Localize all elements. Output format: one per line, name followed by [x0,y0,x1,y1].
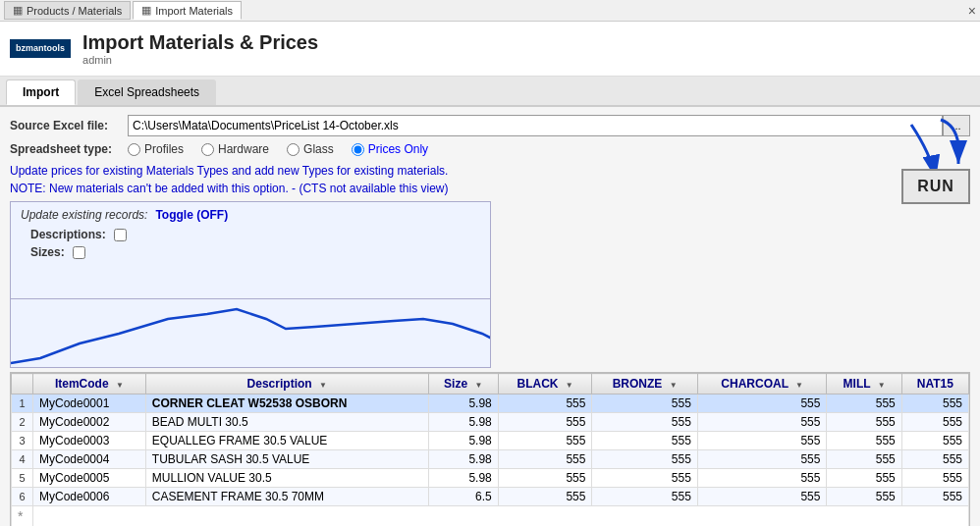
cell-nat15: 555 [901,394,968,413]
sizes-row: Sizes: [21,245,480,259]
update-panel: Update existing records: Toggle (OFF) De… [10,201,491,299]
sort-mill-icon: ▼ [878,381,886,390]
update-panel-header: Update existing records: Toggle (OFF) [21,208,480,222]
cell-bronze: 555 [592,469,697,488]
cell-itemcode: MyCode0005 [33,469,146,488]
table-row[interactable]: 3 MyCode0003 EQUALLEG FRAME 30.5 VALUE 5… [12,432,969,450]
descriptions-row: Descriptions: [21,228,480,241]
sizes-checkbox[interactable] [73,246,85,259]
cell-charcoal: 555 [697,488,827,506]
cell-size: 5.98 [428,413,498,432]
cell-black: 555 [498,413,592,432]
sort-desc-icon: ▼ [319,381,327,390]
row-number: 6 [12,488,33,506]
cell-itemcode: MyCode0001 [33,394,146,413]
cell-nat15: 555 [901,488,968,506]
row-number: 1 [12,394,33,413]
col-black[interactable]: BLACK ▼ [498,374,592,394]
tab-products-materials[interactable]: ▦ Products / Materials [4,1,131,20]
products-tab-icon: ▦ [13,4,23,17]
cell-bronze: 555 [592,450,697,469]
nav-tab-excel[interactable]: Excel Spreadsheets [78,79,216,105]
import-tab-icon: ▦ [141,4,151,17]
col-itemcode[interactable]: ItemCode ▼ [33,374,146,394]
descriptions-label: Descriptions: [30,228,106,241]
tab-nav: Import Excel Spreadsheets [0,77,980,107]
cell-mill: 555 [827,469,901,488]
table-row[interactable]: 6 MyCode0006 CASEMENT FRAME 30.5 70MM 6.… [12,488,969,506]
radio-group: Profiles Hardware Glass Prices Only [128,142,428,156]
table-row[interactable]: 2 MyCode0002 BEAD MULTI 30.5 5.98 555 55… [12,413,969,432]
col-rownum [12,374,33,394]
col-description[interactable]: Description ▼ [145,374,428,394]
cell-nat15: 555 [901,469,968,488]
sort-black-icon: ▼ [566,381,573,390]
cell-charcoal: 555 [697,432,827,450]
source-input[interactable] [128,115,943,136]
table-row[interactable]: 5 MyCode0005 MULLION VALUE 30.5 5.98 555… [12,469,969,488]
title-bar: ▦ Products / Materials ▦ Import Material… [0,0,980,22]
row-number: 3 [12,432,33,450]
cell-black: 555 [498,432,592,450]
chart-svg [11,299,491,368]
cell-size: 5.98 [428,450,498,469]
row-number: 2 [12,413,33,432]
cell-itemcode: MyCode0003 [33,432,146,450]
radio-profiles[interactable]: Profiles [128,142,184,156]
cell-charcoal: 555 [697,469,827,488]
import-tab-label: Import Materials [155,5,233,17]
run-area: RUN [843,115,970,223]
source-label: Source Excel file: [10,119,128,132]
add-row[interactable]: * [12,506,969,527]
cell-description: TUBULAR SASH 30.5 VALUE [145,450,428,469]
sort-itemcode-icon: ▼ [116,381,124,390]
cell-description: BEAD MULTI 30.5 [145,413,428,432]
data-grid-wrapper: ItemCode ▼ Description ▼ Size ▼ BLACK ▼ [10,372,970,526]
update-existing-label: Update existing records: [21,208,147,222]
source-file-row: Source Excel file: ... [10,115,970,136]
cell-description: CASEMENT FRAME 30.5 70MM [145,488,428,506]
cell-description: EQUALLEG FRAME 30.5 VALUE [145,432,428,450]
type-label: Spreadsheet type: [10,142,128,156]
grid-header-row: ItemCode ▼ Description ▼ Size ▼ BLACK ▼ [12,374,969,394]
sort-size-icon: ▼ [474,381,482,390]
radio-glass[interactable]: Glass [287,142,334,156]
col-size[interactable]: Size ▼ [428,374,498,394]
data-grid: ItemCode ▼ Description ▼ Size ▼ BLACK ▼ [11,373,969,526]
cell-mill: 555 [827,450,901,469]
new-row-indicator: * [12,506,33,527]
close-button[interactable]: × [968,3,976,19]
cell-bronze: 555 [592,432,697,450]
descriptions-checkbox[interactable] [114,229,127,241]
radio-hardware[interactable]: Hardware [201,142,269,156]
cell-mill: 555 [827,413,901,432]
table-row[interactable]: 4 MyCode0004 TUBULAR SASH 30.5 VALUE 5.9… [12,450,969,469]
toggle-link[interactable]: Toggle (OFF) [155,208,228,222]
col-mill[interactable]: MILL ▼ [827,374,901,394]
row-number: 4 [12,450,33,469]
app-header: bzmantools Import Materials & Prices adm… [0,22,980,77]
cell-size: 5.98 [428,469,498,488]
tab-import-materials[interactable]: ▦ Import Materials [133,1,242,20]
cell-itemcode: MyCode0002 [33,413,146,432]
info-line2: NOTE: New materials can't be added with … [10,180,970,197]
admin-label: admin [82,54,318,66]
app-title-block: Import Materials & Prices admin [82,31,318,66]
sort-bronze-icon: ▼ [670,381,678,390]
run-button[interactable]: RUN [901,169,970,204]
col-nat15[interactable]: NAT15 [901,374,968,394]
cell-size: 5.98 [428,432,498,450]
main-content: Source Excel file: ... Spreadsheet type:… [0,107,980,526]
col-charcoal[interactable]: CHARCOAL ▼ [697,374,827,394]
cell-nat15: 555 [901,450,968,469]
nav-tab-import[interactable]: Import [6,79,76,105]
cell-charcoal: 555 [697,450,827,469]
sort-charcoal-icon: ▼ [795,381,803,390]
cell-charcoal: 555 [697,413,827,432]
table-row[interactable]: 1 MyCode0001 CORNER CLEAT W52538 OSBORN … [12,394,969,413]
cell-mill: 555 [827,394,901,413]
radio-prices-only[interactable]: Prices Only [352,142,428,156]
cell-mill: 555 [827,432,901,450]
col-bronze[interactable]: BRONZE ▼ [592,374,697,394]
cell-description: MULLION VALUE 30.5 [145,469,428,488]
